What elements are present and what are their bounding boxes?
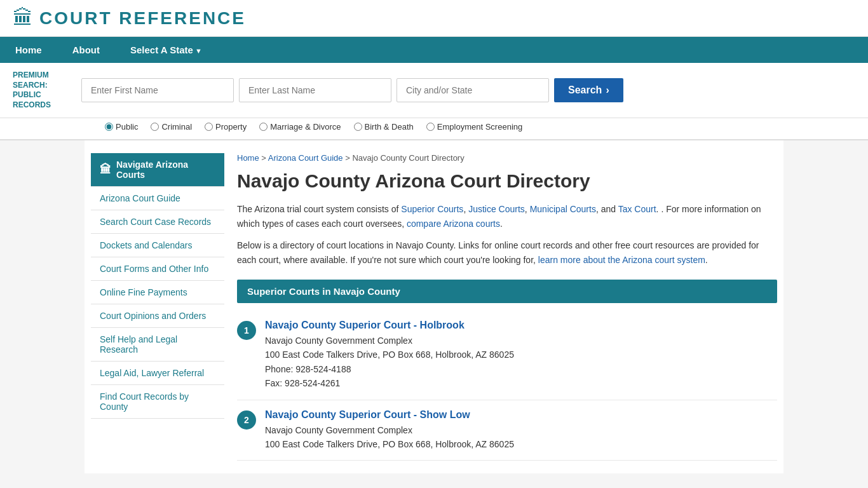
- sidebar-item-forms[interactable]: Court Forms and Other Info: [91, 257, 224, 281]
- court-number-2: 2: [237, 410, 256, 430]
- court-name-link-1[interactable]: Navajo County Superior Court - Holbrook: [265, 320, 465, 330]
- link-superior-courts[interactable]: Superior Courts: [401, 204, 463, 214]
- sidebar: 🏛 Navigate Arizona Courts Arizona Court …: [91, 153, 224, 461]
- sidebar-item-legalaid[interactable]: Legal Aid, Lawyer Referral: [91, 362, 224, 385]
- intro-paragraph-2: Below is a directory of court locations …: [237, 238, 777, 267]
- link-justice-courts[interactable]: Justice Courts: [468, 204, 525, 214]
- site-title: COURT REFERENCE: [39, 8, 246, 29]
- search-bar: PREMIUM SEARCH: PUBLIC RECORDS Search ›: [0, 63, 868, 118]
- link-tax-court[interactable]: Tax Court: [618, 204, 656, 214]
- court-address2-1: 100 East Code Talkers Drive, PO Box 668,…: [265, 348, 514, 362]
- court-address1-2: Navajo County Government Complex: [265, 423, 514, 437]
- breadcrumb-home[interactable]: Home: [237, 153, 259, 163]
- breadcrumb-current: Navajo County Court Directory: [352, 153, 464, 163]
- last-name-input[interactable]: [239, 78, 391, 102]
- logo-icon: 🏛: [13, 6, 33, 30]
- link-compare-courts[interactable]: compare Arizona courts: [407, 219, 500, 229]
- section-header-superior-courts: Superior Courts in Navajo County: [237, 280, 777, 303]
- first-name-input[interactable]: [81, 78, 234, 102]
- sidebar-item-opinions[interactable]: Court Opinions and Orders: [91, 304, 224, 328]
- breadcrumb-guide[interactable]: Arizona Court Guide: [268, 153, 343, 163]
- nav-select-state[interactable]: Select A State: [115, 37, 217, 63]
- radio-criminal[interactable]: Criminal: [151, 122, 192, 132]
- nav-about[interactable]: About: [57, 37, 115, 63]
- court-fax-1: Fax: 928-524-4261: [265, 376, 514, 390]
- radio-birth[interactable]: Birth & Death: [354, 122, 414, 132]
- site-header: 🏛 COURT REFERENCE: [0, 0, 868, 37]
- nav-home[interactable]: Home: [0, 37, 57, 63]
- content-area: Home > Arizona Court Guide > Navajo Coun…: [237, 153, 777, 461]
- page-title: Navajo County Arizona Court Directory: [237, 170, 777, 192]
- search-button[interactable]: Search ›: [554, 78, 623, 102]
- intro-paragraph-1: The Arizona trial court system consists …: [237, 202, 777, 231]
- radio-marriage[interactable]: Marriage & Divorce: [259, 122, 341, 132]
- radio-bar: Public Criminal Property Marriage & Divo…: [0, 118, 868, 140]
- sidebar-item-case-records[interactable]: Search Court Case Records: [91, 210, 224, 234]
- main-content: 🏛 Navigate Arizona Courts Arizona Court …: [85, 140, 783, 473]
- radio-public[interactable]: Public: [105, 122, 138, 132]
- court-entry-2: 2 Navajo County Superior Court - Show Lo…: [237, 400, 777, 461]
- radio-employment[interactable]: Employment Screening: [426, 122, 522, 132]
- premium-label: PREMIUM SEARCH: PUBLIC RECORDS: [13, 71, 70, 110]
- court-address2-2: 100 East Code Talkers Drive, PO Box 668,…: [265, 437, 514, 451]
- main-nav: Home About Select A State: [0, 37, 868, 63]
- court-phone-1: Phone: 928-524-4188: [265, 362, 514, 376]
- sidebar-item-navigate[interactable]: 🏛 Navigate Arizona Courts: [91, 153, 224, 187]
- navigate-icon: 🏛: [100, 163, 111, 177]
- court-number-1: 1: [237, 321, 256, 340]
- court-name-link-2[interactable]: Navajo County Superior Court - Show Low: [265, 409, 470, 420]
- radio-property[interactable]: Property: [205, 122, 247, 132]
- sidebar-item-selfhelp[interactable]: Self Help and Legal Research: [91, 328, 224, 362]
- city-input[interactable]: [397, 78, 549, 102]
- court-entry-1: 1 Navajo County Superior Court - Holbroo…: [237, 311, 777, 400]
- breadcrumb: Home > Arizona Court Guide > Navajo Coun…: [237, 153, 777, 163]
- link-municipal-courts[interactable]: Municipal Courts: [530, 204, 596, 214]
- sidebar-item-dockets[interactable]: Dockets and Calendars: [91, 234, 224, 257]
- link-learn-more[interactable]: learn more about the Arizona court syste…: [538, 255, 705, 265]
- court-details-2: Navajo County Superior Court - Show Low …: [265, 409, 514, 452]
- sidebar-item-court-guide[interactable]: Arizona Court Guide: [91, 187, 224, 210]
- court-address1-1: Navajo County Government Complex: [265, 334, 514, 348]
- sidebar-item-findrecords[interactable]: Find Court Records by County: [91, 385, 224, 419]
- sidebar-item-fines[interactable]: Online Fine Payments: [91, 281, 224, 304]
- court-details-1: Navajo County Superior Court - Holbrook …: [265, 320, 514, 391]
